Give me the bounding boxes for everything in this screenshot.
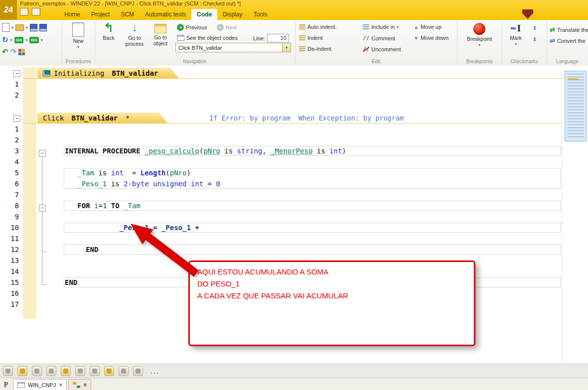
previous-button[interactable]: ◄ Previous: [177, 24, 207, 31]
code-token: END: [65, 278, 77, 286]
next-button[interactable]: ► Next: [217, 24, 237, 31]
section-tab[interactable]: Initializing BTN_validar: [37, 68, 179, 79]
tab-project[interactable]: Project: [86, 9, 115, 20]
code-line[interactable]: 8FOR i=1 TO _Tam: [0, 200, 588, 211]
section-fold-toggle-icon[interactable]: −: [13, 115, 20, 122]
new-label: New: [73, 38, 83, 44]
undo-icon[interactable]: ↶: [2, 47, 8, 56]
event-selector-combobox[interactable]: Click BTN_validar ▾: [175, 43, 291, 52]
procedures-group: New ▾: [62, 20, 95, 58]
save-all-icon[interactable]: [39, 24, 47, 31]
tab-scm[interactable]: SCM: [115, 9, 140, 20]
code-line[interactable]: 7: [0, 189, 588, 200]
element-icon-5[interactable]: [61, 366, 71, 376]
comment-button[interactable]: // Comment: [363, 35, 395, 41]
code-line[interactable]: 3INTERNAL PROCEDURE _peso_calculo(pNro i…: [0, 145, 588, 156]
move-up-button[interactable]: ▲ Move up: [414, 24, 441, 30]
include-in-button[interactable]: Include in ▾: [363, 24, 399, 30]
go-to-process-button[interactable]: ↓ Go to process: [123, 22, 147, 47]
element-icon-10[interactable]: [133, 366, 143, 376]
chevron-down-icon[interactable]: ▾: [282, 43, 291, 52]
section-tab[interactable]: Click BTN_validar *: [37, 113, 168, 124]
tab-code[interactable]: Code: [191, 9, 217, 20]
move-down-button[interactable]: ▼ Move down: [414, 35, 448, 41]
quick-access-columns-icon[interactable]: [32, 8, 40, 15]
new-file-icon[interactable]: [2, 23, 9, 32]
previous-circle-icon: ◄: [177, 24, 184, 31]
line-number: 1: [0, 79, 19, 90]
code-minimap[interactable]: [565, 71, 587, 141]
sync-icon[interactable]: ↻: [2, 35, 8, 44]
tab-display[interactable]: Display: [217, 9, 248, 20]
element-icon-3[interactable]: [32, 366, 42, 376]
uncomment-button[interactable]: // Uncomment: [363, 46, 401, 52]
document-tab-win-cnpj[interactable]: WIN_CNPJ ×: [13, 379, 67, 390]
code-token: _Tam: [124, 202, 141, 210]
tab-automatic-tests[interactable]: Automatic tests: [140, 9, 191, 20]
element-icon-2[interactable]: [17, 366, 27, 376]
mark-button[interactable]: I Mark ▾: [505, 23, 527, 46]
previous-mark-button[interactable]: ⇞: [532, 25, 537, 32]
element-icon-7[interactable]: [90, 366, 100, 376]
deindent-button[interactable]: De-indent: [299, 46, 331, 52]
code-line[interactable]: 1: [0, 124, 588, 134]
element-icon-1[interactable]: [3, 366, 13, 376]
fold-toggle-icon[interactable]: −: [39, 150, 46, 157]
code-line[interactable]: 6_Peso_1 is 2-byte unsigned int = 0: [0, 178, 588, 189]
close-icon[interactable]: ×: [83, 382, 87, 388]
code-line[interactable]: 2: [0, 134, 588, 145]
chevron-down-icon[interactable]: ▾: [10, 38, 12, 42]
close-icon[interactable]: ×: [59, 382, 62, 388]
project-logo-icon[interactable]: P: [1, 380, 10, 390]
go-to-object-button[interactable]: Go to object: [148, 22, 172, 46]
code-line[interactable]: 11: [0, 233, 588, 244]
save-icon[interactable]: [30, 24, 37, 31]
chevron-down-icon[interactable]: ▾: [25, 38, 27, 42]
code-line[interactable]: 2: [0, 90, 588, 101]
element-icon-9[interactable]: [119, 366, 129, 376]
convert-button[interactable]: ⇌ Convert the: [550, 37, 586, 44]
chevron-down-icon[interactable]: ▾: [26, 25, 28, 30]
more-icon[interactable]: ...: [150, 367, 159, 375]
code-editor[interactable]: −Initializing BTN_validar12−Click BTN_va…: [0, 66, 588, 364]
back-button[interactable]: ↰ Back: [98, 22, 120, 41]
back-label: Back: [103, 35, 114, 41]
next-mark-button[interactable]: ⇟: [532, 36, 537, 43]
windev-window: 24 Patreon_exemplos - WINDEV 22 - [WIN_C…: [0, 0, 588, 390]
element-icon-6[interactable]: [75, 366, 85, 376]
code-line[interactable]: 5_Tam is int = Length(pNro): [0, 167, 588, 178]
section-fold-toggle-icon[interactable]: −: [13, 70, 20, 77]
code-line[interactable]: 9: [0, 211, 588, 222]
element-icon-8[interactable]: [104, 366, 114, 376]
translate-button[interactable]: ⇄ Translate the: [550, 26, 588, 33]
environment-icon[interactable]: [18, 49, 25, 55]
element-icon-4[interactable]: [46, 366, 56, 376]
chevron-down-icon: ▾: [478, 43, 480, 47]
line-number: 9: [0, 211, 19, 222]
auto-indent-button[interactable]: Auto indent.: [299, 24, 337, 30]
wlanguage-code-icon: [43, 70, 50, 76]
chevron-down-icon[interactable]: ▾: [41, 38, 43, 42]
go-test-icon[interactable]: GO: [14, 37, 23, 43]
open-folder-icon[interactable]: [15, 24, 24, 31]
tab-tools[interactable]: Tools: [248, 9, 273, 20]
redo-icon[interactable]: ↷: [10, 47, 17, 56]
code-line[interactable]: 4: [0, 156, 588, 167]
see-object-codes-button[interactable]: See the object codes: [177, 35, 238, 41]
code-line[interactable]: 12END: [0, 244, 588, 255]
go-project-icon[interactable]: GO: [29, 37, 38, 43]
document-tab-diagram[interactable]: ×: [68, 379, 91, 390]
fold-toggle-icon[interactable]: −: [39, 205, 46, 212]
line-number: 2: [0, 134, 19, 145]
quick-access-grid-icon[interactable]: [20, 8, 28, 15]
tab-home[interactable]: Home: [59, 9, 86, 20]
chevron-down-icon[interactable]: ▾: [11, 25, 13, 30]
line-number-input[interactable]: 10: [267, 34, 289, 42]
code-line[interactable]: 10_Peso_1 = _Peso_1 +: [0, 222, 588, 233]
code-line[interactable]: 1: [0, 79, 588, 90]
breakpoint-button[interactable]: Breakpoint ▾: [465, 23, 494, 47]
mark-bar-icon: [511, 27, 516, 29]
indent-button[interactable]: Indent: [299, 35, 323, 41]
comment-slashes-icon: //: [363, 35, 369, 41]
new-procedure-button[interactable]: New ▾: [67, 22, 89, 49]
